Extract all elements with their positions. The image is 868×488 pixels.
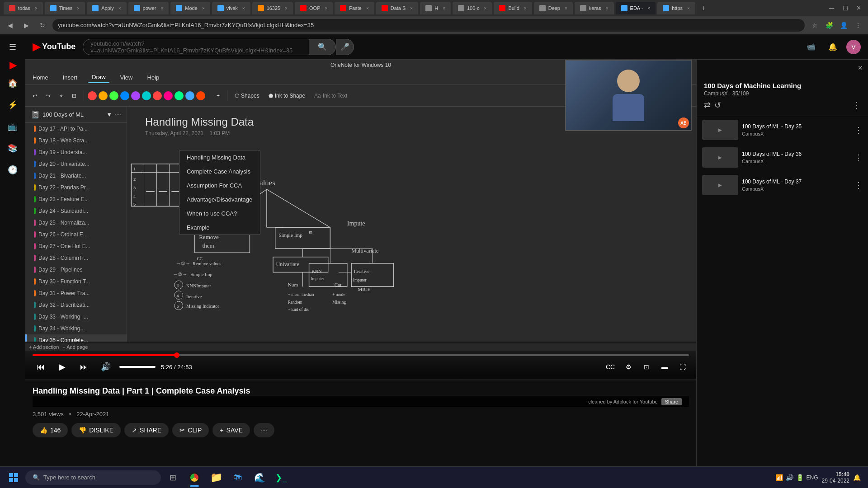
taskbar-terminal[interactable]: ❯_ (271, 468, 291, 488)
ink-to-shape-button[interactable]: ⬟ Ink to Shape (265, 89, 309, 103)
ink-to-text-button[interactable]: Aa Ink to Text (311, 89, 351, 103)
tab-h[interactable]: H× (420, 2, 451, 14)
search-bar[interactable]: youtube.com/watch?v=aUnNWZorGmk&list=PLK… (83, 39, 316, 55)
page-item-day29[interactable]: Day 29 - Pipelines (25, 264, 127, 276)
page-item-day18[interactable]: Day 18 - Web Scra... (25, 135, 127, 146)
pen-purple[interactable] (131, 91, 140, 100)
notebook-actions-icon[interactable]: ⋯ (115, 111, 121, 118)
forward-button[interactable]: ▶ (20, 19, 33, 32)
sidebar-shorts-icon[interactable]: ⚡ (4, 96, 22, 114)
task-view-button[interactable]: ⊞ (163, 468, 183, 488)
onenote-menu-home[interactable]: Home (29, 72, 52, 83)
page-item-day20[interactable]: Day 20 - Univariate... (25, 158, 127, 170)
theater-button[interactable]: ▬ (658, 361, 671, 373)
maximize-button[interactable]: □ (840, 4, 851, 12)
tab-faste[interactable]: Faste× (335, 2, 374, 14)
wifi-icon[interactable]: 📶 (775, 474, 783, 481)
page-item-day22[interactable]: Day 22 - Pandas Pr... (25, 182, 127, 193)
section-assumption[interactable]: Assumption For CCA (179, 178, 260, 192)
tab-datas[interactable]: Data S× (376, 2, 418, 14)
playlist-close-button[interactable]: × (858, 63, 863, 73)
pen-pink[interactable] (164, 91, 173, 100)
save-button[interactable]: + SAVE (212, 423, 250, 437)
taskbar-chrome[interactable] (184, 468, 204, 488)
pen-light-blue[interactable] (185, 91, 194, 100)
taskbar-explorer[interactable]: 📁 (206, 468, 226, 488)
section-complete-case[interactable]: Complete Case Analysis (179, 164, 260, 178)
onenote-menu-draw[interactable]: Draw (88, 72, 109, 83)
progress-bar[interactable] (33, 354, 689, 356)
tab-todas[interactable]: todas× (4, 2, 43, 14)
new-tab-button[interactable]: + (697, 2, 710, 14)
onenote-menu-view[interactable]: View (117, 72, 137, 83)
add-page-button[interactable]: + Add page (62, 344, 88, 350)
page-item-day32[interactable]: Day 32 - Discritizati... (25, 299, 127, 311)
create-button[interactable]: 📹 (803, 39, 819, 55)
taskbar-edge[interactable]: 🌊 (250, 468, 269, 488)
section-handling-missing[interactable]: Handling Missing Data (179, 150, 260, 164)
tab-100c[interactable]: 100-c× (453, 2, 492, 14)
profile-button[interactable]: 👤 (837, 19, 850, 32)
tab-keras[interactable]: keras× (575, 2, 614, 14)
page-item-day27[interactable]: Day 27 - One Hot E... (25, 240, 127, 252)
add-tool[interactable]: + (213, 89, 223, 103)
lang-label[interactable]: ENG (807, 474, 818, 481)
search-button[interactable]: 🔍 (309, 39, 336, 55)
undo-button[interactable]: ↩ (29, 89, 41, 103)
onenote-menu-insert[interactable]: Insert (59, 72, 81, 83)
start-button[interactable] (4, 468, 24, 488)
reload-button[interactable]: ↻ (36, 19, 49, 32)
eraser-tool[interactable]: ⊟ (68, 89, 80, 103)
repeat-button[interactable]: ↺ (714, 100, 721, 110)
section-advantage[interactable]: Advantage/Disadvantage (179, 192, 260, 206)
address-bar[interactable]: youtube.com/watch?v=aUnNWZorGmk&list=PLK… (52, 19, 805, 32)
more-button[interactable]: ⋯ (254, 423, 274, 437)
taskbar-clock[interactable]: 15:40 29-04-2022 (822, 471, 849, 484)
prev-button[interactable]: ⏮ (33, 359, 49, 375)
tab-deep[interactable]: Deep× (534, 2, 573, 14)
page-item-day34[interactable]: Day 34 - Working... (25, 323, 127, 334)
playlist-more-button[interactable]: ⋮ (853, 100, 861, 110)
page-item-day23[interactable]: Day 23 - Feature E... (25, 193, 127, 205)
play-button[interactable]: ▶ (54, 359, 71, 375)
item-more-button[interactable]: ⋮ (854, 180, 863, 190)
pen-dark-red[interactable] (153, 91, 162, 100)
volume-button[interactable]: 🔊 (98, 359, 114, 375)
playlist-item[interactable]: ▶ 100 Days of ML - Day 37 CampusX ⋮ (697, 171, 868, 199)
tab-times[interactable]: Times× (45, 2, 85, 14)
page-item-day26[interactable]: Day 26 - Ordinal E... (25, 229, 127, 240)
minimize-button[interactable]: ─ (826, 4, 838, 12)
sidebar-library-icon[interactable]: 📚 (4, 139, 22, 157)
item-more-button[interactable]: ⋮ (854, 153, 863, 163)
pen-cyan[interactable] (142, 91, 151, 100)
add-section-button[interactable]: + Add section (29, 344, 59, 350)
fullscreen-button[interactable]: ⛶ (676, 361, 689, 373)
page-item-day24[interactable]: Day 24 - Standardi... (25, 205, 127, 217)
onenote-notebook-header[interactable]: 📓 100 Days of ML ▼ ⋯ (25, 107, 127, 123)
tab-https[interactable]: https× (657, 2, 695, 14)
sidebar-menu-icon[interactable]: ☰ (4, 38, 22, 56)
pen-dark-orange[interactable] (196, 91, 205, 100)
sidebar-subscriptions-icon[interactable]: 📺 (4, 117, 22, 136)
bookmark-button[interactable]: ☆ (808, 19, 821, 32)
tab-vivek[interactable]: vivek× (212, 2, 250, 14)
tab-mode[interactable]: Mode× (170, 2, 210, 14)
share-badge[interactable]: Share (661, 398, 682, 405)
page-item-day33[interactable]: Day 33 - Working -... (25, 311, 127, 323)
share-button[interactable]: ↗ SHARE (124, 423, 169, 437)
page-item-day30[interactable]: Day 30 - Function T... (25, 276, 127, 287)
pen-blue[interactable] (120, 91, 129, 100)
miniplayer-button[interactable]: ⊡ (640, 361, 653, 373)
pen-mint[interactable] (175, 91, 184, 100)
sidebar-home-icon[interactable]: 🏠 (4, 74, 22, 92)
page-item-day19[interactable]: Day 19 - Understa... (25, 146, 127, 158)
clip-button[interactable]: ✂ CLIP (172, 423, 209, 437)
section-when-to-use[interactable]: When to use CCA? (179, 206, 260, 221)
extensions-button[interactable]: 🧩 (823, 19, 835, 32)
lasso-tool[interactable]: ⌖ (56, 89, 66, 103)
page-item-day28[interactable]: Day 28 - ColumnTr... (25, 252, 127, 264)
page-item-day17[interactable]: Day 17 - API to Pa... (25, 123, 127, 135)
notifications-icon[interactable]: 🔔 (853, 474, 861, 481)
tab-oop[interactable]: OOP× (295, 2, 333, 14)
item-more-button[interactable]: ⋮ (854, 125, 863, 135)
